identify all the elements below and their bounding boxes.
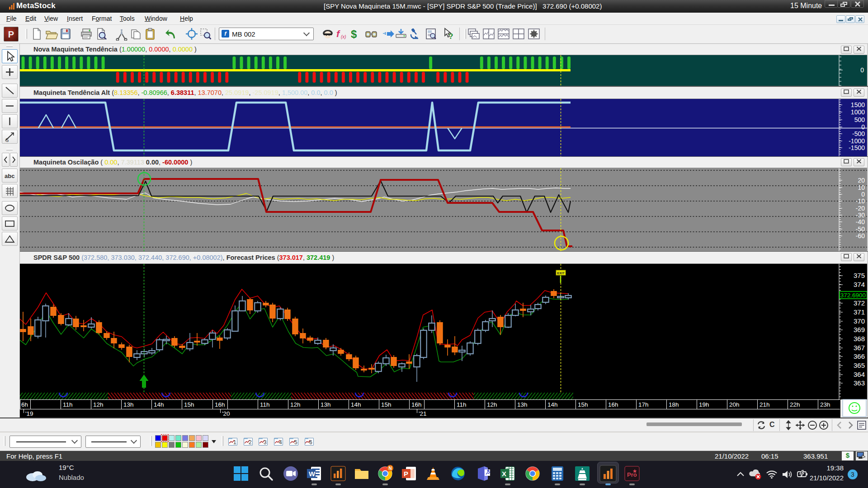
svg-text:1500: 1500 <box>851 101 865 108</box>
svg-text:abc: abc <box>5 173 14 179</box>
svg-text:2: 2 <box>249 439 252 445</box>
svg-text:EXIT: EXIT <box>557 271 565 275</box>
svg-text:369: 369 <box>854 326 865 333</box>
svg-text:13h: 13h <box>321 401 331 408</box>
svg-text:15h: 15h <box>578 401 588 408</box>
svg-text:1: 1 <box>233 439 236 445</box>
svg-text:365: 365 <box>854 361 865 369</box>
svg-text:$: $ <box>351 28 357 40</box>
svg-text:16h: 16h <box>608 401 618 408</box>
svg-text:11h: 11h <box>63 401 73 408</box>
svg-text:6: 6 <box>309 439 312 445</box>
svg-text:f: f <box>336 28 340 39</box>
svg-text:-50: -50 <box>856 225 865 233</box>
svg-text:19h: 19h <box>699 401 709 408</box>
svg-text:364: 364 <box>854 371 865 378</box>
svg-text:17h: 17h <box>638 401 649 408</box>
svg-text:W: W <box>309 470 316 478</box>
svg-text:14h: 14h <box>351 401 361 408</box>
svg-text:'21: '21 <box>419 410 427 417</box>
svg-text:372: 372 <box>854 299 865 307</box>
svg-text:15h: 15h <box>381 401 392 408</box>
svg-text:X: X <box>502 470 506 478</box>
svg-text:22h: 22h <box>790 401 800 408</box>
svg-text:1000: 1000 <box>851 108 865 116</box>
svg-text:-1500: -1500 <box>849 144 865 151</box>
svg-text:12h: 12h <box>487 401 497 408</box>
svg-text:12h: 12h <box>290 401 301 408</box>
svg-text:-10: -10 <box>856 197 865 205</box>
svg-text:11h: 11h <box>260 401 270 408</box>
svg-text:-1000: -1000 <box>849 137 865 145</box>
svg-text:N: N <box>389 466 392 471</box>
svg-text:21h: 21h <box>760 401 770 408</box>
svg-text:371: 371 <box>854 308 865 316</box>
svg-text:375: 375 <box>854 272 865 279</box>
svg-text:12h: 12h <box>93 401 104 408</box>
svg-text:20h: 20h <box>729 401 740 408</box>
svg-text:-30: -30 <box>856 211 865 219</box>
svg-text:13h: 13h <box>517 401 528 408</box>
svg-text:368: 368 <box>854 335 865 343</box>
svg-text:3: 3 <box>264 439 267 445</box>
svg-text:370: 370 <box>854 317 865 325</box>
svg-text:23h: 23h <box>820 401 830 408</box>
svg-text:20: 20 <box>858 177 865 184</box>
svg-text:-20: -20 <box>856 205 865 212</box>
svg-text:0: 0 <box>860 66 864 74</box>
svg-text:'19: '19 <box>25 410 33 417</box>
svg-text:500: 500 <box>854 116 865 123</box>
svg-text:366: 366 <box>854 352 865 360</box>
svg-text:18h: 18h <box>669 401 679 408</box>
svg-text:0: 0 <box>861 191 865 198</box>
svg-text:372.6900: 372.6900 <box>840 292 866 299</box>
svg-text:16h: 16h <box>215 401 225 408</box>
svg-text:374: 374 <box>854 281 865 288</box>
svg-text:16h: 16h <box>411 401 422 408</box>
svg-text:-60: -60 <box>856 232 865 239</box>
svg-text:367: 367 <box>854 344 865 352</box>
svg-text:?: ? <box>448 32 453 41</box>
svg-text:-40: -40 <box>856 218 865 225</box>
svg-text:10: 10 <box>858 184 865 191</box>
svg-text:6h: 6h <box>21 401 28 408</box>
svg-text:S: S <box>5 137 9 143</box>
svg-text:15h: 15h <box>184 401 194 408</box>
svg-text:-500: -500 <box>852 130 865 137</box>
svg-text:(x): (x) <box>341 34 346 39</box>
svg-text:'20: '20 <box>222 410 230 417</box>
svg-text:0: 0 <box>861 123 865 131</box>
svg-text:11h: 11h <box>457 401 467 408</box>
svg-text:14h: 14h <box>547 401 558 408</box>
svg-text:13h: 13h <box>123 401 134 408</box>
svg-text:5: 5 <box>294 439 297 445</box>
svg-text:14h: 14h <box>154 401 164 408</box>
svg-text:4: 4 <box>279 439 282 445</box>
svg-text:363: 363 <box>854 379 865 387</box>
svg-text:P: P <box>404 470 408 478</box>
